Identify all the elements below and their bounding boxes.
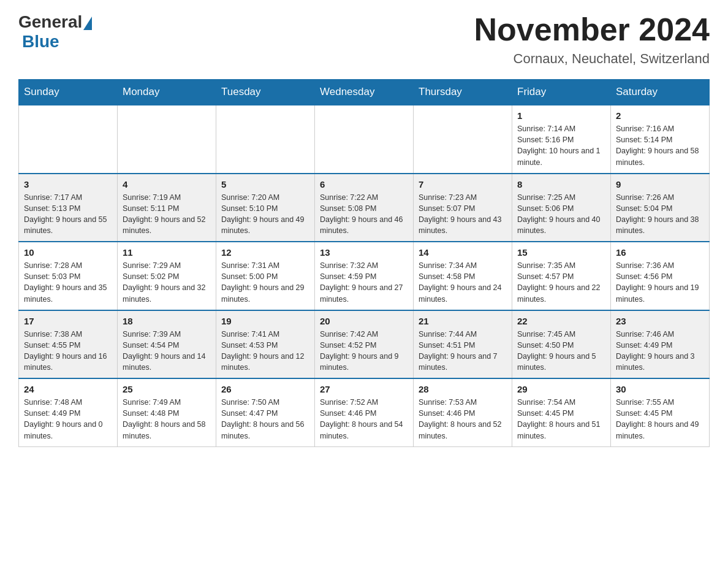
- day-number: 21: [419, 316, 507, 326]
- day-number: 7: [419, 179, 507, 190]
- weekday-header-sunday: Sunday: [19, 80, 118, 105]
- weekday-header-friday: Friday: [512, 80, 611, 105]
- day-number: 19: [221, 316, 309, 326]
- day-info: Sunrise: 7:41 AMSunset: 4:53 PMDaylight:…: [221, 329, 309, 373]
- calendar-cell: 15Sunrise: 7:35 AMSunset: 4:57 PMDayligh…: [512, 242, 611, 310]
- calendar-cell: 1Sunrise: 7:14 AMSunset: 5:16 PMDaylight…: [512, 105, 611, 174]
- day-number: 27: [320, 384, 408, 394]
- calendar-cell: 25Sunrise: 7:49 AMSunset: 4:48 PMDayligh…: [118, 378, 216, 446]
- calendar-cell: 26Sunrise: 7:50 AMSunset: 4:47 PMDayligh…: [216, 378, 315, 446]
- calendar-cell: 24Sunrise: 7:48 AMSunset: 4:49 PMDayligh…: [19, 378, 118, 446]
- calendar-cell: 5Sunrise: 7:20 AMSunset: 5:10 PMDaylight…: [216, 174, 315, 242]
- day-info: Sunrise: 7:31 AMSunset: 5:00 PMDaylight:…: [221, 260, 309, 305]
- week-row-5: 24Sunrise: 7:48 AMSunset: 4:49 PMDayligh…: [19, 378, 710, 446]
- day-number: 4: [123, 179, 211, 190]
- day-info: Sunrise: 7:19 AMSunset: 5:11 PMDaylight:…: [123, 192, 211, 237]
- day-info: Sunrise: 7:46 AMSunset: 4:49 PMDaylight:…: [616, 329, 704, 373]
- calendar-cell: 10Sunrise: 7:28 AMSunset: 5:03 PMDayligh…: [19, 242, 118, 310]
- calendar-cell: 7Sunrise: 7:23 AMSunset: 5:07 PMDaylight…: [414, 174, 512, 242]
- calendar-cell: 17Sunrise: 7:38 AMSunset: 4:55 PMDayligh…: [19, 310, 118, 379]
- day-info: Sunrise: 7:39 AMSunset: 4:54 PMDaylight:…: [123, 329, 211, 373]
- calendar-cell: [216, 105, 315, 174]
- calendar-cell: 21Sunrise: 7:44 AMSunset: 4:51 PMDayligh…: [414, 310, 512, 379]
- day-number: 1: [517, 110, 605, 121]
- month-title: November 2024: [474, 12, 710, 47]
- day-info: Sunrise: 7:48 AMSunset: 4:49 PMDaylight:…: [24, 397, 112, 442]
- day-number: 6: [320, 179, 408, 190]
- day-info: Sunrise: 7:25 AMSunset: 5:06 PMDaylight:…: [517, 192, 605, 237]
- calendar-cell: 13Sunrise: 7:32 AMSunset: 4:59 PMDayligh…: [315, 242, 414, 310]
- day-number: 3: [24, 179, 112, 190]
- calendar-cell: 3Sunrise: 7:17 AMSunset: 5:13 PMDaylight…: [19, 174, 118, 242]
- day-info: Sunrise: 7:49 AMSunset: 4:48 PMDaylight:…: [123, 397, 211, 442]
- calendar-cell: 4Sunrise: 7:19 AMSunset: 5:11 PMDaylight…: [118, 174, 216, 242]
- page-header: General Blue November 2024 Cornaux, Neuc…: [18, 12, 710, 67]
- day-number: 15: [517, 247, 605, 258]
- day-info: Sunrise: 7:35 AMSunset: 4:57 PMDaylight:…: [517, 260, 605, 305]
- calendar-cell: [414, 105, 512, 174]
- day-info: Sunrise: 7:32 AMSunset: 4:59 PMDaylight:…: [320, 260, 408, 305]
- weekday-header-monday: Monday: [118, 80, 216, 105]
- day-number: 26: [221, 384, 309, 394]
- day-info: Sunrise: 7:36 AMSunset: 4:56 PMDaylight:…: [616, 260, 704, 305]
- weekday-header-thursday: Thursday: [414, 80, 512, 105]
- logo: General Blue: [18, 12, 93, 52]
- day-number: 16: [616, 247, 704, 258]
- day-number: 12: [221, 247, 309, 258]
- day-info: Sunrise: 7:34 AMSunset: 4:58 PMDaylight:…: [419, 260, 507, 305]
- title-section: November 2024 Cornaux, Neuchatel, Switze…: [474, 12, 710, 67]
- day-number: 23: [616, 316, 704, 326]
- day-info: Sunrise: 7:44 AMSunset: 4:51 PMDaylight:…: [419, 329, 507, 373]
- day-info: Sunrise: 7:17 AMSunset: 5:13 PMDaylight:…: [24, 192, 112, 237]
- calendar-cell: 19Sunrise: 7:41 AMSunset: 4:53 PMDayligh…: [216, 310, 315, 379]
- calendar-cell: 29Sunrise: 7:54 AMSunset: 4:45 PMDayligh…: [512, 378, 611, 446]
- calendar-cell: 6Sunrise: 7:22 AMSunset: 5:08 PMDaylight…: [315, 174, 414, 242]
- day-number: 20: [320, 316, 408, 326]
- calendar-cell: [315, 105, 414, 174]
- calendar-cell: 14Sunrise: 7:34 AMSunset: 4:58 PMDayligh…: [414, 242, 512, 310]
- day-info: Sunrise: 7:50 AMSunset: 4:47 PMDaylight:…: [221, 397, 309, 442]
- calendar-cell: 9Sunrise: 7:26 AMSunset: 5:04 PMDaylight…: [611, 174, 710, 242]
- day-number: 25: [123, 384, 211, 394]
- day-info: Sunrise: 7:23 AMSunset: 5:07 PMDaylight:…: [419, 192, 507, 237]
- calendar-cell: 23Sunrise: 7:46 AMSunset: 4:49 PMDayligh…: [611, 310, 710, 379]
- week-row-4: 17Sunrise: 7:38 AMSunset: 4:55 PMDayligh…: [19, 310, 710, 379]
- calendar-cell: 18Sunrise: 7:39 AMSunset: 4:54 PMDayligh…: [118, 310, 216, 379]
- day-info: Sunrise: 7:38 AMSunset: 4:55 PMDaylight:…: [24, 329, 112, 373]
- day-number: 22: [517, 316, 605, 326]
- calendar-table: SundayMondayTuesdayWednesdayThursdayFrid…: [18, 79, 710, 447]
- day-info: Sunrise: 7:55 AMSunset: 4:45 PMDaylight:…: [616, 397, 704, 442]
- day-number: 13: [320, 247, 408, 258]
- day-info: Sunrise: 7:52 AMSunset: 4:46 PMDaylight:…: [320, 397, 408, 442]
- logo-general-text: General: [18, 12, 82, 32]
- day-number: 29: [517, 384, 605, 394]
- calendar-cell: 2Sunrise: 7:16 AMSunset: 5:14 PMDaylight…: [611, 105, 710, 174]
- day-info: Sunrise: 7:29 AMSunset: 5:02 PMDaylight:…: [123, 260, 211, 305]
- day-info: Sunrise: 7:14 AMSunset: 5:16 PMDaylight:…: [517, 123, 605, 168]
- day-number: 8: [517, 179, 605, 190]
- day-number: 28: [419, 384, 507, 394]
- calendar-cell: 22Sunrise: 7:45 AMSunset: 4:50 PMDayligh…: [512, 310, 611, 379]
- day-number: 14: [419, 247, 507, 258]
- day-info: Sunrise: 7:53 AMSunset: 4:46 PMDaylight:…: [419, 397, 507, 442]
- location-text: Cornaux, Neuchatel, Switzerland: [474, 51, 710, 67]
- day-info: Sunrise: 7:45 AMSunset: 4:50 PMDaylight:…: [517, 329, 605, 373]
- calendar-cell: 20Sunrise: 7:42 AMSunset: 4:52 PMDayligh…: [315, 310, 414, 379]
- weekday-header-saturday: Saturday: [611, 80, 710, 105]
- logo-blue-text: Blue: [22, 32, 59, 51]
- calendar-cell: 16Sunrise: 7:36 AMSunset: 4:56 PMDayligh…: [611, 242, 710, 310]
- calendar-cell: 8Sunrise: 7:25 AMSunset: 5:06 PMDaylight…: [512, 174, 611, 242]
- calendar-cell: 28Sunrise: 7:53 AMSunset: 4:46 PMDayligh…: [414, 378, 512, 446]
- day-number: 2: [616, 110, 704, 121]
- weekday-header-row: SundayMondayTuesdayWednesdayThursdayFrid…: [19, 80, 710, 105]
- weekday-header-wednesday: Wednesday: [315, 80, 414, 105]
- calendar-cell: 27Sunrise: 7:52 AMSunset: 4:46 PMDayligh…: [315, 378, 414, 446]
- day-info: Sunrise: 7:42 AMSunset: 4:52 PMDaylight:…: [320, 329, 408, 373]
- day-number: 5: [221, 179, 309, 190]
- day-info: Sunrise: 7:16 AMSunset: 5:14 PMDaylight:…: [616, 123, 704, 168]
- day-info: Sunrise: 7:20 AMSunset: 5:10 PMDaylight:…: [221, 192, 309, 237]
- day-info: Sunrise: 7:54 AMSunset: 4:45 PMDaylight:…: [517, 397, 605, 442]
- day-info: Sunrise: 7:28 AMSunset: 5:03 PMDaylight:…: [24, 260, 112, 305]
- calendar-cell: [118, 105, 216, 174]
- day-number: 9: [616, 179, 704, 190]
